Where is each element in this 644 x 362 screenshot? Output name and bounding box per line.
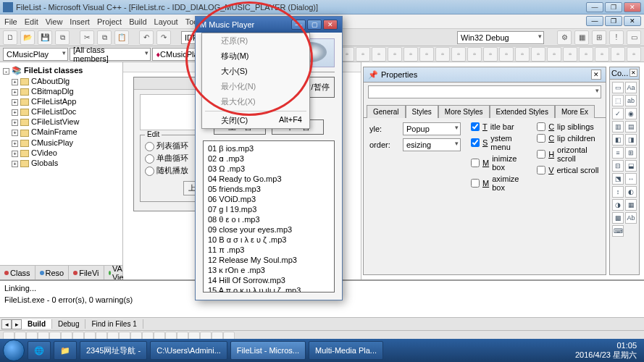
minimize-button[interactable]: — [586, 2, 603, 12]
playlist-item[interactable]: 01 β ios.mp3 [208, 143, 330, 153]
tab-general[interactable]: General [367, 105, 406, 118]
align-tool-7[interactable]: ▫ [372, 47, 386, 62]
close-button[interactable]: ✕ [624, 2, 641, 12]
paste-icon[interactable]: 📋 [114, 30, 129, 45]
tab-resource[interactable]: Reso [35, 266, 70, 279]
toolbox-tool-14[interactable]: ⬔ [612, 173, 624, 185]
menu-layout[interactable]: Layout [154, 17, 178, 26]
align-tool-11[interactable]: ▫ [435, 47, 450, 62]
open-icon[interactable]: 📂 [20, 30, 35, 45]
class-combo[interactable]: CMusicPlay [3, 48, 68, 61]
check-title-bar[interactable]: Title bar [471, 122, 527, 131]
tree-item-cfilelistdoc[interactable]: +CFileListDoc [1, 106, 121, 117]
menu-project[interactable]: Project [97, 17, 122, 26]
toolbox-tool-0[interactable]: ▭ [612, 82, 624, 93]
align-tool-17[interactable]: ▫ [531, 47, 545, 62]
playlist-item[interactable]: 11 π .mp3 [208, 245, 330, 255]
check-system-menu[interactable]: System menu [471, 134, 527, 151]
mdi-restore-button[interactable]: ❐ [605, 16, 622, 26]
music-minimize-button[interactable]: — [291, 20, 306, 30]
music-close-button[interactable]: ✕ [323, 20, 338, 30]
toolbox-tool-15[interactable]: ↔ [625, 173, 637, 185]
saveall-icon[interactable]: ⧉ [55, 30, 70, 45]
playlist-item[interactable]: 05 friends.mp3 [208, 184, 330, 194]
playlist-item[interactable]: 02 ɑ .mp3 [208, 153, 330, 164]
align-tool-16[interactable]: ▫ [515, 47, 530, 62]
new-icon[interactable]: 🗋 [3, 30, 17, 45]
align-tool-19[interactable]: ▫ [563, 47, 577, 62]
toolbox-tool-5[interactable]: ◉ [625, 108, 637, 119]
border-combo[interactable]: esizing [403, 138, 461, 151]
tool-d-icon[interactable]: ! [609, 30, 624, 45]
toolbox-tool-10[interactable]: ≡ [612, 147, 624, 159]
system-tray[interactable]: 01:05 2016/4/23 星期六 [575, 341, 641, 360]
restore-button[interactable]: ❐ [605, 2, 622, 12]
align-tool-21[interactable]: ▫ [595, 47, 609, 62]
out-nav-prev-icon[interactable]: ◂ [1, 319, 12, 329]
out-tab-build[interactable]: Build [22, 319, 52, 329]
align-tool-22[interactable]: ▫ [611, 47, 625, 62]
toolbox-tool-2[interactable]: ⬚ [612, 95, 624, 106]
playlist-item[interactable]: 08 θ ε ο ι .mp3 [208, 214, 330, 224]
playlist-item[interactable]: 03 Ω .mp3 [208, 164, 330, 174]
toolbox-tool-19[interactable]: ▦ [625, 199, 637, 211]
menu-file[interactable]: File [4, 17, 17, 26]
toolbox-tool-22[interactable]: ⌨ [612, 225, 624, 237]
check-clip-children[interactable]: Clip children [537, 134, 600, 143]
out-tab-debug[interactable]: Debug [52, 319, 85, 329]
toolbox-tool-20[interactable]: ▩ [612, 212, 624, 224]
playlist-item[interactable]: 10 Β α σ ι λ ε υ ζ .mp3 [208, 235, 330, 245]
props-id-combo[interactable] [368, 85, 601, 98]
toolbox-tool-16[interactable]: ↕ [612, 186, 624, 198]
playlist-item[interactable]: 15 Α π ο κ υ λ υ ψ ι ζ .mp3 [208, 285, 330, 292]
toolbox-close-icon[interactable]: ✕ [630, 69, 637, 77]
menu-insert[interactable]: Insert [70, 17, 90, 26]
playlist-item[interactable]: 06 VOiD.mp3 [208, 194, 330, 204]
align-tool-9[interactable]: ▫ [403, 47, 418, 62]
toolbox-tool-4[interactable]: ✓ [612, 108, 624, 119]
align-tool-10[interactable]: ▫ [419, 47, 434, 62]
check-clip-siblings[interactable]: Clip siblings [537, 122, 600, 131]
music-maximize-button[interactable]: ▢ [307, 20, 322, 30]
task-pin-1[interactable]: 🌐 [28, 341, 51, 360]
task-pin-2[interactable]: 📁 [54, 341, 77, 360]
check-maximize-box[interactable]: Maximize box [471, 174, 527, 192]
start-button[interactable] [3, 340, 25, 361]
playlist-item[interactable]: 13 κ rOn e .mp3 [208, 265, 330, 275]
check-horizontal-scroll[interactable]: Horizontal scroll [537, 146, 600, 163]
toolbox-tool-17[interactable]: ◐ [625, 186, 637, 198]
task-item-1[interactable]: 2345网址导航 - [80, 341, 147, 360]
playlist-item[interactable]: 12 Release My Soul.mp3 [208, 255, 330, 265]
tool-b-icon[interactable]: ▦ [574, 30, 589, 45]
tab-styles[interactable]: Styles [406, 105, 438, 118]
menu-edit[interactable]: Edit [25, 17, 38, 26]
out-nav-next-icon[interactable]: ▸ [12, 319, 22, 329]
toolbox-tool-6[interactable]: ▥ [612, 121, 624, 132]
tree-item-cmusicplay[interactable]: +CMusicPlay [1, 138, 121, 148]
sys-menu-close[interactable]: 关闭(C)Alt+F4 [202, 113, 309, 128]
menu-view[interactable]: View [46, 17, 63, 26]
toolbox-tool-18[interactable]: ◑ [612, 199, 624, 211]
build-config-combo[interactable]: Win32 Debug [457, 31, 544, 44]
tree-item-globals[interactable]: +Globals [1, 158, 121, 168]
toolbox-tool-7[interactable]: ▤ [625, 121, 637, 132]
task-item-4[interactable]: Multi-Media Pla... [309, 341, 383, 360]
align-tool-13[interactable]: ▫ [467, 47, 482, 62]
tree-item-caboutdlg[interactable]: +CAboutDlg [1, 76, 121, 86]
tree-item-cfilelistview[interactable]: +CFileListView [1, 117, 121, 127]
align-tool-8[interactable]: ▫ [388, 47, 402, 62]
align-tool-18[interactable]: ▫ [547, 47, 561, 62]
mdi-minimize-button[interactable]: — [586, 16, 603, 26]
tool-e-icon[interactable]: ▭ [627, 30, 641, 45]
toolbox-tool-9[interactable]: ◨ [625, 134, 637, 146]
sys-menu-item-2[interactable]: 大小(S) [202, 64, 309, 79]
align-tool-14[interactable]: ▫ [483, 47, 498, 62]
toolbox-tool-12[interactable]: ⊟ [612, 160, 624, 172]
task-item-3[interactable]: FileList - Micros... [230, 341, 306, 360]
cut-icon[interactable]: ✂ [80, 30, 94, 45]
tree-item-cbitmapdlg[interactable]: +CBitmapDlg [1, 86, 121, 96]
tree-item-cmainframe[interactable]: +CMainFrame [1, 127, 121, 137]
playlist-item[interactable]: 09 close your eyes.mp3 [208, 224, 330, 235]
menu-build[interactable]: Build [129, 17, 146, 26]
save-icon[interactable]: 💾 [38, 30, 52, 45]
